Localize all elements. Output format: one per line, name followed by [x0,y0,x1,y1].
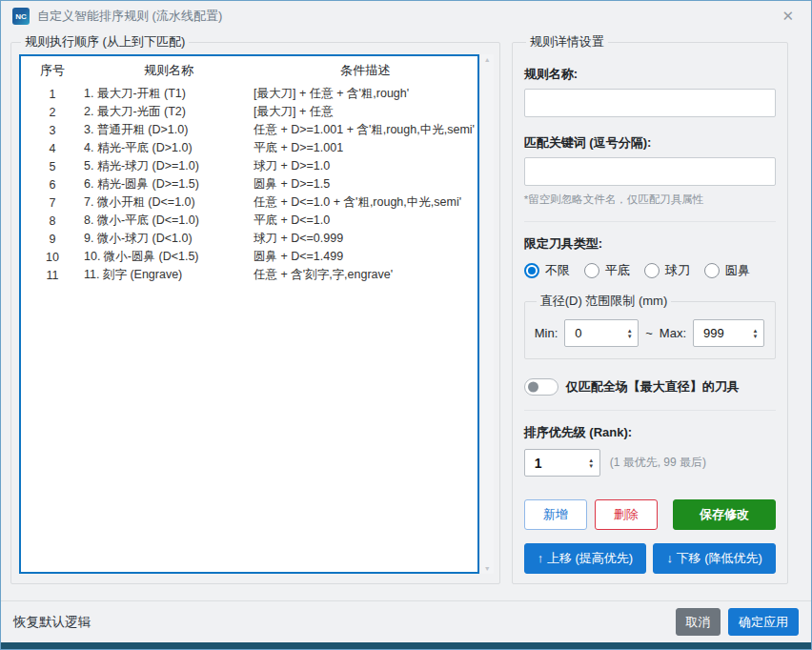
tool-type-radio-不限[interactable]: 不限 [524,262,570,279]
rule-no: 4 [21,142,84,155]
spin-down-icon[interactable]: ▼ [588,463,594,469]
rule-no: 7 [21,196,84,210]
radio-icon[interactable] [644,263,660,278]
max-diameter-toggle-row: 仅匹配全场【最大直径】的刀具 [524,378,776,396]
table-row[interactable]: 66. 精光-圆鼻 (D>=1.5)圆鼻 + D>=1.5 [21,175,477,193]
tool-type-label: 限定刀具类型: [524,235,776,253]
radio-label: 球刀 [665,262,690,279]
rule-name: 10. 微小-圆鼻 (D<1.5) [84,249,254,265]
rules-table-body: 11. 最大刀-开粗 (T1)[最大刀] + 任意 + 含'粗,rough'22… [21,85,477,284]
rules-table-header: 序号 规则名称 条件描述 [21,56,477,85]
rules-listbox[interactable]: 序号 规则名称 条件描述 11. 最大刀-开粗 (T1)[最大刀] + 任意 +… [19,54,479,574]
radio-icon[interactable] [584,263,599,278]
radio-label: 平底 [605,262,630,279]
radio-label: 不限 [545,262,570,279]
rule-name-input[interactable] [524,89,776,117]
scroll-up-icon[interactable]: ▲ [484,56,491,63]
move-up-button[interactable]: ↑ 上移 (提高优先) [524,543,647,574]
rule-condition: 任意 + D<=1.0 + 含'粗,rough,中光,semi' [254,194,477,211]
dialog-content: 规则执行顺序 (从上到下匹配) 序号 规则名称 条件描述 11. 最大刀-开粗 … [1,31,811,584]
rule-condition: 平底 + D>=1.001 [254,140,477,156]
rule-name: 3. 普通开粗 (D>1.0) [84,122,254,138]
rules-list-wrap: 序号 规则名称 条件描述 11. 最大刀-开粗 (T1)[最大刀] + 任意 +… [19,54,494,574]
rank-value[interactable]: 1 [525,450,583,476]
rule-condition: [最大刀] + 任意 [254,104,477,120]
rule-no: 3 [21,124,84,137]
rule-no: 5 [21,160,84,173]
tool-type-radio-球刀[interactable]: 球刀 [644,262,690,279]
rule-name: 1. 最大刀-开粗 (T1) [84,86,254,102]
rule-name: 5. 精光-球刀 (D>=1.0) [84,158,254,174]
rule-name: 6. 精光-圆鼻 (D>=1.5) [84,176,254,193]
window-title: 自定义智能排序规则 (流水线配置) [37,8,222,25]
keywords-input[interactable] [524,157,776,186]
radio-icon[interactable] [524,263,539,278]
table-row[interactable]: 33. 普通开粗 (D>1.0)任意 + D>=1.001 + 含'粗,roug… [21,121,477,139]
radio-label: 圆鼻 [725,262,750,279]
max-diameter-toggle[interactable] [524,378,558,396]
header-rule-name: 规则名称 [84,62,254,79]
min-diameter-value[interactable]: 0 [565,320,621,346]
min-diameter-spinner[interactable]: 0 ▲ ▼ [564,319,639,347]
footer-bar: 恢复默认逻辑 取消 确定应用 [1,600,811,642]
diameter-title: 直径(D) 范围限制 (mm) [537,293,672,310]
max-diameter-spinner[interactable]: 999 ▲ ▼ [693,319,764,347]
rule-name: 7. 微小开粗 (D<=1.0) [84,194,254,211]
table-row[interactable]: 44. 精光-平底 (D>1.0)平底 + D>=1.001 [21,139,477,157]
range-tilde: ~ [645,326,653,340]
table-row[interactable]: 88. 微小-平底 (D<=1.0)平底 + D<=1.0 [21,212,477,230]
rule-condition: 任意 + 含'刻字,字,engrave' [254,267,477,283]
table-row[interactable]: 55. 精光-球刀 (D>=1.0)球刀 + D>=1.0 [21,157,477,175]
header-condition: 条件描述 [254,62,477,79]
add-button[interactable]: 新增 [524,499,587,530]
tool-type-radio-平底[interactable]: 平底 [584,262,630,279]
table-row[interactable]: 22. 最大刀-光面 (T2)[最大刀] + 任意 [21,103,477,121]
rule-no: 10 [21,251,84,264]
scroll-down-icon[interactable]: ▼ [484,565,491,572]
rule-no: 6 [21,178,84,192]
save-button[interactable]: 保存修改 [673,499,776,530]
keywords-label: 匹配关键词 (逗号分隔): [524,134,776,152]
table-row[interactable]: 1010. 微小-圆鼻 (D<1.5)圆鼻 + D<=1.499 [21,248,477,266]
table-row[interactable]: 1111. 刻字 (Engrave)任意 + 含'刻字,字,engrave' [21,266,477,284]
rule-no: 11 [21,269,84,282]
move-down-button[interactable]: ↓ 下移 (降低优先) [653,543,776,574]
rule-no: 8 [21,214,84,228]
radio-icon[interactable] [704,263,720,278]
title-bar: NC 自定义智能排序规则 (流水线配置) ✕ [1,1,811,31]
dialog-window: NC 自定义智能排序规则 (流水线配置) ✕ 规则执行顺序 (从上到下匹配) 序… [0,0,812,650]
restore-defaults-button[interactable]: 恢复默认逻辑 [13,614,91,631]
rules-order-groupbox: 规则执行顺序 (从上到下匹配) 序号 规则名称 条件描述 11. 最大刀-开粗 … [10,33,500,584]
apply-button[interactable]: 确定应用 [728,608,799,636]
rule-name: 9. 微小-球刀 (D<1.0) [84,231,254,247]
tool-type-radios: 不限平底球刀圆鼻 [524,262,776,279]
rule-no: 2 [21,106,84,119]
delete-button[interactable]: 删除 [595,499,658,530]
rank-hint: (1 最优先, 99 最后) [610,455,706,471]
rule-condition: 任意 + D>=1.001 + 含'粗,rough,中光,semi' [254,122,477,138]
rank-spinner[interactable]: 1 ▲ ▼ [524,449,600,477]
rule-detail-groupbox: 规则详情设置 规则名称: 匹配关键词 (逗号分隔): *留空则忽略文件名，仅匹配… [512,33,788,584]
table-row[interactable]: 11. 最大刀-开粗 (T1)[最大刀] + 任意 + 含'粗,rough' [21,85,477,103]
tool-type-radio-圆鼻[interactable]: 圆鼻 [704,262,750,279]
table-row[interactable]: 99. 微小-球刀 (D<1.0)球刀 + D<=0.999 [21,230,477,248]
spin-down-icon[interactable]: ▼ [627,334,633,339]
rule-no: 1 [21,88,84,101]
rule-condition: 圆鼻 + D>=1.5 [254,176,477,193]
table-row[interactable]: 77. 微小开粗 (D<=1.0)任意 + D<=1.0 + 含'粗,rough… [21,193,477,212]
rule-name: 8. 微小-平底 (D<=1.0) [84,213,254,229]
rules-list-scrollbar[interactable]: ▲ ▼ [481,54,494,574]
cancel-button[interactable]: 取消 [676,608,721,636]
spin-down-icon[interactable]: ▼ [753,334,759,339]
window-bottom-edge [1,642,811,649]
close-icon[interactable]: ✕ [776,6,800,27]
edit-buttons-row: 新增 删除 保存修改 [524,499,776,530]
rule-condition: 平底 + D<=1.0 [254,213,477,229]
rule-name: 11. 刻字 (Engrave) [84,267,254,283]
rules-order-title: 规则执行顺序 (从上到下匹配) [21,33,189,51]
rule-name-label: 规则名称: [524,66,776,83]
rule-no: 9 [21,233,84,246]
keywords-note: *留空则忽略文件名，仅匹配刀具属性 [524,193,776,207]
divider [524,221,776,222]
max-diameter-value[interactable]: 999 [694,320,747,346]
